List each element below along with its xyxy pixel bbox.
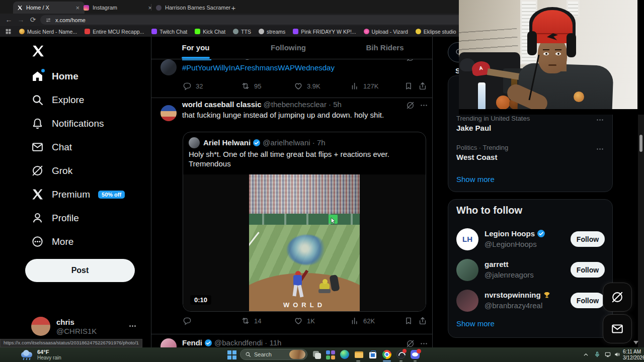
bookmark-eklipse-studio[interactable]: Eklipse studio (416, 29, 456, 35)
tab-following[interactable]: Following (271, 43, 306, 52)
avatar (456, 259, 478, 281)
x-logo[interactable] (31, 44, 45, 58)
avatar[interactable] (160, 105, 177, 121)
avatar[interactable] (160, 338, 177, 347)
bookmark-streams[interactable]: streams (259, 29, 285, 35)
grok-actions-icon[interactable] (406, 339, 415, 347)
sidebar-item-premium[interactable]: Premium 50% off (31, 188, 125, 201)
sidebar-item-notifications[interactable]: Notifications (31, 117, 104, 130)
panel-title: Who to follow (456, 205, 522, 216)
follow-button[interactable]: Follow (571, 293, 605, 308)
bookmark-favicon (416, 29, 421, 34)
trend-item[interactable]: Trending in United States Jake Paul (456, 115, 597, 132)
video-frame[interactable]: WORLD (249, 174, 360, 311)
new-tab-button[interactable]: + (225, 2, 242, 14)
back-icon[interactable]: ← (4, 15, 14, 25)
tray-chevron-icon[interactable] (583, 351, 589, 358)
weather-widget[interactable]: 64°F Heavy rain (20, 348, 96, 361)
scroll-down-arrow[interactable] (633, 341, 638, 344)
repost-button[interactable]: 95 (241, 81, 261, 90)
bookmark-kick-chat[interactable]: Kick Chat (195, 29, 225, 35)
chrome-browser-icon[interactable] (382, 350, 392, 359)
hashtag-link[interactable]: #PutYourWillyInAFreshmansWAPWednesday (182, 63, 335, 72)
views-button[interactable]: 62K (350, 316, 375, 325)
microsoft-store-icon[interactable] (368, 350, 378, 359)
discord-icon[interactable] (411, 350, 420, 359)
post-button[interactable]: Post (25, 259, 135, 282)
site-info-icon[interactable] (45, 17, 51, 23)
heart-icon (294, 81, 303, 90)
account-handle: @CHRIS1K (56, 327, 97, 335)
browser-tab-home-x[interactable]: Home / X × (13, 2, 85, 14)
more-dots-icon[interactable] (420, 339, 428, 347)
bookmark-button[interactable] (404, 81, 413, 90)
scrollbar-thumb[interactable] (639, 135, 642, 152)
start-button[interactable] (227, 350, 237, 359)
tray-network-icon[interactable] (604, 351, 611, 358)
browser-tab-instagram[interactable]: Instagram × (79, 2, 157, 14)
tray-mic-icon[interactable] (594, 351, 601, 358)
follow-button[interactable]: Follow (571, 231, 605, 247)
obs-icon[interactable] (396, 350, 406, 359)
follow-suggestion[interactable]: nvrstopwinning @branbrazy4real Follow (448, 290, 612, 314)
tweet-author-row[interactable]: Fendi @backndfendi · 11h (182, 338, 281, 347)
grok-floating-button[interactable] (603, 283, 632, 312)
video-catcher-helmet (323, 279, 328, 284)
bookmark-music-nerd[interactable]: Music Nerd - Name... (19, 29, 77, 35)
repost-button[interactable]: 14 (241, 316, 261, 325)
avatar[interactable] (160, 59, 177, 75)
reply-button[interactable]: 32 (183, 81, 203, 90)
bookmark-tts[interactable]: TTS (233, 29, 251, 35)
account-menu[interactable]: chris @CHRIS1K (25, 313, 142, 339)
share-button[interactable] (418, 81, 427, 90)
sidebar-item-explore[interactable]: Explore (31, 94, 84, 106)
tray-volume-icon[interactable] (614, 351, 621, 358)
follow-button[interactable]: Follow (571, 262, 605, 278)
follow-suggestion[interactable]: LH Legion Hoops @LegionHoops Follow (448, 228, 612, 252)
follow-suggestion[interactable]: garrett @jalenreagors Follow (448, 259, 612, 283)
tweet-author-row[interactable]: world caseball classic @thebenchesclear … (182, 100, 342, 109)
more-dots-icon[interactable] (596, 116, 604, 124)
file-explorer-icon[interactable] (354, 350, 364, 359)
sidebar-item-profile[interactable]: Profile (31, 212, 79, 224)
forward-icon[interactable]: → (16, 15, 26, 25)
share-button[interactable] (418, 316, 427, 325)
trend-item[interactable]: Politics · Trending West Coast (456, 144, 597, 161)
tray-clock[interactable]: 6:11 AM 3/12/2026 (623, 349, 641, 360)
bookmark-twitch-chat[interactable]: Twitch Chat (151, 29, 187, 35)
widgets-button[interactable] (326, 350, 336, 359)
tab-bih-riders[interactable]: Bih Riders (366, 43, 404, 52)
messages-floating-button[interactable] (603, 314, 632, 343)
bookmark-pink-fridayy[interactable]: Pink FRIDAYY W KP!... (293, 29, 356, 35)
bookmark-button[interactable] (404, 316, 413, 325)
more-dots-icon[interactable] (596, 145, 604, 153)
views-button[interactable]: 127K (350, 81, 378, 90)
browser-tab-harrison-barnes[interactable]: Harrison Barnes Sacramento Ki × (152, 2, 230, 14)
more-dots-icon[interactable] (420, 101, 428, 110)
like-button[interactable]: 3.9K (294, 81, 320, 90)
taskbar-search[interactable]: Search (240, 349, 307, 360)
task-view-button[interactable] (312, 350, 321, 359)
sidebar-item-more[interactable]: More (31, 235, 73, 248)
video-player[interactable]: WORLD (183, 174, 426, 311)
sidebar-item-chat[interactable]: Chat (31, 141, 72, 153)
refresh-icon[interactable]: ⟳ (28, 15, 38, 25)
timeline-content: Richard FitzWell @OBODichiFitzWell · 15h… (151, 37, 432, 347)
dots-icon[interactable] (128, 322, 137, 330)
bookmark-mcu-recap[interactable]: Entire MCU Recapp... (85, 29, 144, 35)
follow-show-more-link[interactable]: Show more (456, 319, 495, 328)
sidebar-item-home[interactable]: Home (31, 70, 78, 82)
reply-button[interactable] (183, 316, 196, 325)
like-button[interactable]: 1K (294, 316, 315, 325)
tab-for-you[interactable]: For you (182, 43, 210, 52)
apps-grid-icon[interactable] (5, 28, 12, 35)
trends-show-more-link[interactable]: Show more (456, 175, 495, 184)
bookmark-upload-vizard[interactable]: Upload - Vizard (364, 29, 408, 35)
person-icon (31, 212, 44, 224)
grok-actions-icon[interactable] (406, 101, 415, 110)
twitch-favicon (151, 29, 157, 34)
edge-browser-icon[interactable] (340, 350, 350, 359)
user-name-row: garrett (485, 260, 509, 268)
sidebar-item-grok[interactable]: Grok (31, 164, 72, 177)
quoted-tweet-card[interactable]: Ariel Helwani @arielhelwani · 7h Holy sh… (183, 132, 426, 312)
